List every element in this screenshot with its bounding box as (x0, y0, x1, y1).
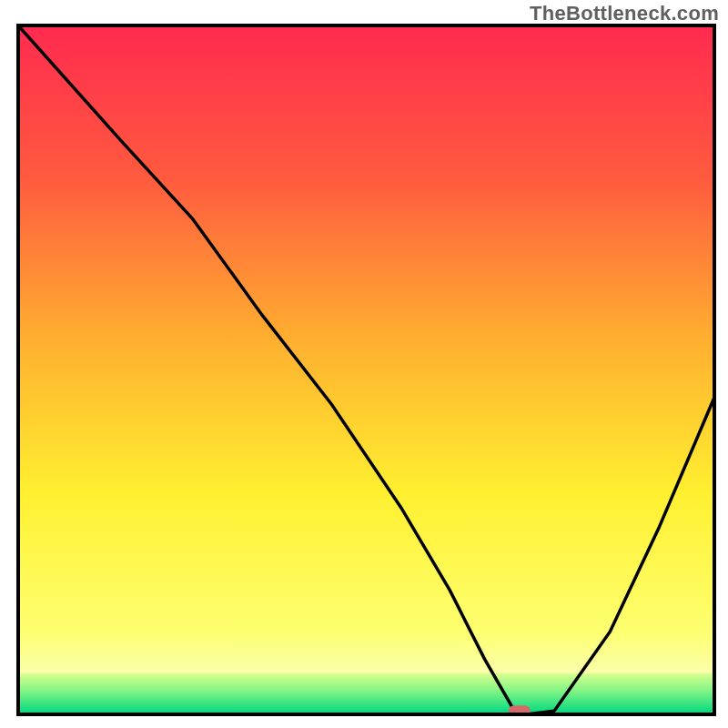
chart-background (18, 25, 714, 714)
chart-container: TheBottleneck.com (0, 0, 728, 728)
watermark-text: TheBottleneck.com (530, 2, 719, 25)
chart-plot (0, 0, 728, 728)
